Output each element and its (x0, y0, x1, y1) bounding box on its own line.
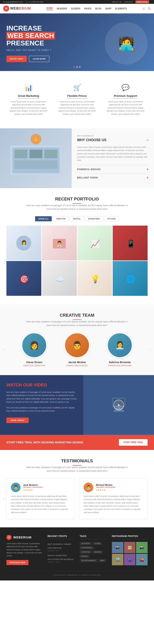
footer-instagram-title: INSTAGRAM PHOTOS (112, 535, 147, 539)
testimonials-grid: ‹ 👨 Jack Mclaren GRAPHIC DESIGNER ★★★★★ … (7, 478, 147, 519)
instagram-photo-1[interactable]: 📷 (112, 542, 123, 553)
portfolio-filters: SHOW ALL CREATIVE DIGITAL MARKETING STYL… (7, 216, 147, 221)
logo: W WEBERIUM (3, 6, 31, 12)
hero-dot-3[interactable] (79, 66, 81, 68)
filter-marketing[interactable]: MARKETING (85, 216, 103, 221)
team-prev-button[interactable]: ‹ (3, 347, 5, 352)
portfolio-item-8[interactable]: 🌐 (113, 261, 147, 296)
nav-headers[interactable]: HEADERS (57, 8, 67, 10)
learn-more-button[interactable]: LEARN MORE (29, 56, 50, 62)
filter-styling[interactable]: STYLING (104, 216, 119, 221)
testimonials-subtitle: Here are many variations of passages of … (24, 466, 130, 473)
portfolio-thumb-8: 🌐 (113, 261, 147, 296)
filter-digital[interactable]: DIGITAL (70, 216, 84, 221)
nav-home[interactable]: HOME (46, 7, 53, 10)
tag-clean[interactable]: CLEAN (93, 542, 102, 545)
video-para1: here are many variations of passages of … (7, 391, 77, 404)
watch-video-button[interactable]: WATCH VIDEO (7, 56, 27, 62)
topbar-phone[interactable]: 📞 +1 (700) 650 660 (26, 1, 43, 3)
portfolio-subtitle: Here are many variations of passages of … (24, 204, 130, 211)
tag-corporate[interactable]: CORPORATE (80, 546, 94, 549)
footer-logo-text: WEBERIUM (13, 536, 32, 539)
hero-dot-2[interactable] (76, 66, 78, 68)
hero-dots (73, 66, 81, 68)
portfolio-thumb-1: 👩‍💼 (7, 226, 41, 260)
hero-section: INCREASE WEB SEARCH PRESENCE HELLO, ARE … (0, 14, 154, 71)
feature-prices-title: Flexible Prices (67, 94, 87, 98)
test-text-2: Lorem ipsum dolor sit amet, consectetuer… (84, 495, 143, 514)
nav-icons: 🛒 🔍 (142, 7, 151, 10)
svg-rect-3 (30, 150, 42, 158)
topbar: ✉ support@wbzio.com 📞 +1 (700) 650 660 A… (0, 0, 154, 4)
video-title: WATCH OUR VIDEO (7, 382, 77, 388)
tag-creative[interactable]: CREATIVE (80, 550, 91, 554)
cart-icon[interactable]: 🛒 (142, 7, 145, 10)
choose-title: WHY CHOOSE US − (77, 138, 149, 142)
hero-dot-1[interactable] (73, 66, 75, 68)
portfolio-item-1[interactable]: 👩‍💼 (7, 226, 41, 260)
nav-pages[interactable]: PAGES (84, 8, 91, 10)
footer-post-2-link[interactable]: DIGITAL MARKETING SOLUTIONS FOR BUSINESS (47, 554, 73, 560)
test-role-1: GRAPHIC DESIGNER (23, 486, 43, 488)
accordion-vision[interactable]: BRILLIANT VISION + (77, 173, 149, 182)
team-next-button[interactable]: › (149, 347, 151, 352)
nav-shop[interactable]: SHOP (105, 8, 111, 10)
footer-post-1-date: October 5, 2017 (47, 550, 74, 552)
filter-show-all[interactable]: SHOW ALL (35, 216, 52, 221)
team-avatar-1: 👩 (21, 332, 47, 358)
nav-blog[interactable]: BLOG (95, 8, 101, 10)
purchase-button[interactable]: PURCHASE NOW (7, 560, 28, 565)
portfolio-item-3[interactable]: 📈 (78, 226, 112, 260)
search-icon[interactable]: 🔍 (147, 7, 151, 10)
cta-free-trial-button[interactable]: START FREE TRIAL (119, 439, 147, 446)
svg-rect-2 (15, 150, 27, 158)
instagram-photo-2[interactable]: 🖼️ (124, 542, 136, 553)
feature-support-title: Premium Support (114, 94, 137, 98)
instagram-photo-4[interactable]: 🏙️ (112, 554, 123, 565)
choose-section: ✋ WHY CHOOSE US WHY CHOOSE US − Lorem ip… (0, 128, 154, 188)
footer-post-1-link[interactable]: BEST BUSINESS THEMES FOR CREATIVE (47, 543, 71, 549)
instagram-photo-6[interactable]: 🌇 (136, 554, 147, 565)
nav-sliders[interactable]: SLIDERS (71, 8, 80, 10)
choose-right-content: WHY CHOOSE US WHY CHOOSE US − Lorem ipsu… (72, 128, 154, 188)
footer-logo: W WEBERIUM (7, 535, 42, 540)
portfolio-item-2[interactable]: 👨‍💼 (42, 226, 77, 260)
choose-collapse-icon[interactable]: − (146, 138, 149, 142)
nav-elements[interactable]: ELEMENTS (115, 8, 127, 10)
svg-text:☁️: ☁️ (55, 274, 65, 284)
filter-creative[interactable]: CREATIVE (53, 216, 69, 221)
topbar-about[interactable]: ABOUT US (112, 1, 122, 3)
portfolio-title: RECENT PORTFOLIO (7, 196, 147, 202)
testimonial-prev-button[interactable]: ‹ (3, 496, 5, 501)
footer-bottom: © COPYRIGHT WEBERIUM. ALL RIGHTS RESERVE… (7, 571, 147, 576)
accordion-mission-label: POWERFUL MISSION (77, 168, 101, 170)
test-header-2: 👨‍💼 Michael Mcdoe GRAPHIC DESIGNER ★★★★★ (84, 482, 143, 492)
tag-web[interactable]: WEB (99, 559, 106, 562)
team-grid: ‹ 👩 Alexa Green CREATIVE DIRECTOR 👨 Jaco… (7, 332, 147, 366)
accordion-mission[interactable]: POWERFUL MISSION + (77, 165, 149, 173)
instagram-photo-5[interactable]: 🌆 (124, 554, 136, 565)
svg-text:🌐: 🌐 (126, 274, 136, 284)
tag-entertainment[interactable]: ENTERTAINMENT (80, 559, 97, 562)
svg-text:✋: ✋ (33, 136, 39, 142)
video-para2: here are many variations of passages of … (7, 406, 77, 413)
more-videos-button[interactable]: MORE VIDEOS (7, 418, 29, 423)
portfolio-item-7[interactable]: 💡 (78, 261, 112, 296)
portfolio-thumb-7: 💡 (78, 261, 112, 296)
topbar-email[interactable]: ✉ support@wbzio.com (3, 1, 23, 3)
test-avatar-2: 👨‍💼 (84, 482, 93, 492)
instagram-photo-3[interactable]: 📸 (136, 542, 147, 553)
portfolio-item-6[interactable]: ☁️ (42, 261, 77, 296)
tag-design[interactable]: DESIGN (93, 550, 103, 554)
testimonials-title: TESTIMONIALS (7, 458, 147, 464)
choose-text: Lorem ipsum dolor sit amet, consectetuer… (77, 146, 149, 162)
footer-logo-icon: W (7, 535, 12, 540)
portfolio-thumb-2: 👨‍💼 (42, 226, 77, 260)
topbar-contact[interactable]: CONTACT (124, 1, 133, 3)
portfolio-item-4[interactable]: 📱 (113, 226, 147, 260)
tag-digital[interactable]: DIGITAL (80, 555, 90, 558)
topbar-free-trial[interactable]: FREE TRIAL (135, 0, 149, 4)
portfolio-item-5[interactable]: 🎯 (7, 261, 41, 296)
feature-marketing-text: Lorem ipsum dolor sit amet, consectetuer… (9, 100, 49, 116)
tag-business[interactable]: BUSINESS (80, 542, 92, 545)
